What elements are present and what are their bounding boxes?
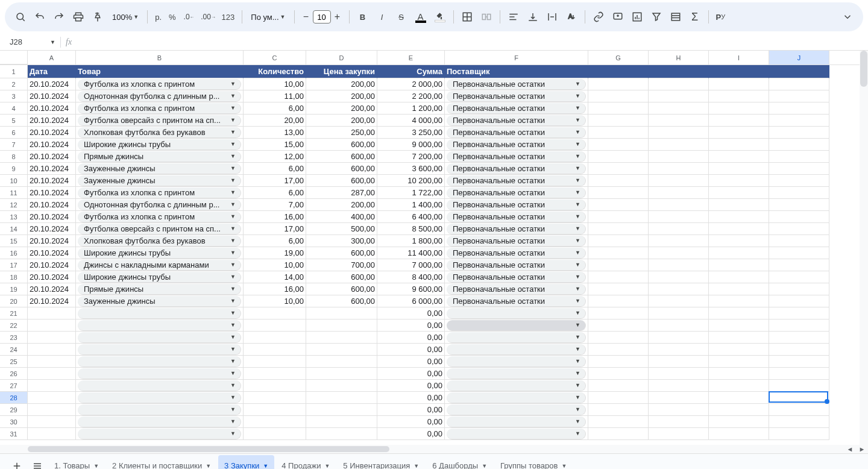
- row-header-13[interactable]: 13: [0, 211, 28, 223]
- cell-date[interactable]: 20.10.2024: [28, 223, 76, 235]
- cell[interactable]: [709, 380, 769, 392]
- supplier-dropdown[interactable]: ▼: [447, 417, 586, 427]
- cell[interactable]: [709, 151, 769, 163]
- cell[interactable]: [306, 319, 377, 332]
- cell-sum[interactable]: 7 200,00: [377, 151, 445, 163]
- cell[interactable]: [306, 416, 377, 428]
- horizontal-align-icon[interactable]: [505, 8, 522, 25]
- product-dropdown[interactable]: Футболка из хлопка с принтом▼: [78, 79, 241, 90]
- cell[interactable]: [709, 175, 769, 187]
- row-header-9[interactable]: 9: [0, 163, 28, 175]
- tab-menu-icon[interactable]: ▼: [324, 463, 330, 469]
- cell-date[interactable]: 20.10.2024: [28, 78, 76, 90]
- cell-date[interactable]: 20.10.2024: [28, 211, 76, 223]
- cell[interactable]: [709, 102, 769, 115]
- cell-sum[interactable]: 8 400,00: [377, 271, 445, 283]
- cell[interactable]: [649, 295, 709, 307]
- tab-menu-icon[interactable]: ▼: [93, 463, 99, 469]
- cell[interactable]: [28, 428, 76, 440]
- cell-date[interactable]: 20.10.2024: [28, 139, 76, 151]
- increase-decimal-icon[interactable]: .00→: [200, 8, 217, 25]
- cell[interactable]: [649, 175, 709, 187]
- cell-qty[interactable]: 17,00: [244, 175, 306, 187]
- cell[interactable]: [769, 151, 829, 163]
- row-header-28[interactable]: 28: [0, 392, 28, 404]
- cell[interactable]: [709, 139, 769, 151]
- cell[interactable]: [769, 319, 829, 332]
- cell[interactable]: [649, 163, 709, 175]
- product-dropdown[interactable]: ▼: [78, 368, 241, 379]
- supplier-dropdown[interactable]: ▼: [447, 356, 586, 367]
- cell[interactable]: [769, 416, 829, 428]
- cell-price[interactable]: 287,00: [306, 187, 377, 199]
- cell[interactable]: [769, 380, 829, 392]
- cell[interactable]: [28, 307, 76, 319]
- supplier-dropdown[interactable]: Первоначальные остатки▼: [447, 151, 586, 162]
- cells-area[interactable]: ДатаТоварКоличествоЦена закупкиСуммаПост…: [28, 65, 868, 445]
- italic-icon[interactable]: I: [374, 8, 391, 25]
- vertical-scrollbar[interactable]: [860, 51, 868, 445]
- supplier-dropdown[interactable]: Первоначальные остатки▼: [447, 200, 586, 210]
- merge-cells-icon[interactable]: [478, 8, 495, 25]
- cell[interactable]: [28, 356, 76, 368]
- row-header-11[interactable]: 11: [0, 187, 28, 199]
- row-header-19[interactable]: 19: [0, 283, 28, 295]
- cell[interactable]: [649, 78, 709, 90]
- cell[interactable]: [28, 380, 76, 392]
- cell[interactable]: [709, 211, 769, 223]
- cell-qty[interactable]: 17,00: [244, 223, 306, 235]
- product-dropdown[interactable]: Однотонная футболка с длинным р...▼: [78, 91, 241, 102]
- row-header-7[interactable]: 7: [0, 139, 28, 151]
- insert-link-icon[interactable]: [590, 8, 607, 25]
- decrease-decimal-icon[interactable]: .0←: [181, 8, 198, 25]
- cell[interactable]: [769, 102, 829, 115]
- cell[interactable]: [709, 295, 769, 307]
- cell-price[interactable]: 300,00: [306, 235, 377, 247]
- cell[interactable]: [649, 428, 709, 440]
- cell-sum[interactable]: 7 000,00: [377, 259, 445, 271]
- cell-date[interactable]: 20.10.2024: [28, 271, 76, 283]
- scroll-right-icon[interactable]: ►: [856, 445, 868, 453]
- cell[interactable]: [588, 223, 649, 235]
- fill-color-icon[interactable]: [432, 8, 448, 25]
- cell[interactable]: [588, 380, 649, 392]
- tab-menu-icon[interactable]: ▼: [206, 463, 211, 469]
- cell[interactable]: [709, 127, 769, 139]
- col-header-C[interactable]: C: [244, 51, 306, 65]
- cell[interactable]: [769, 259, 829, 271]
- cell[interactable]: [769, 356, 829, 368]
- cell[interactable]: [769, 65, 829, 78]
- cell[interactable]: [709, 392, 769, 404]
- header-qty[interactable]: Количество: [244, 65, 306, 78]
- cell[interactable]: [769, 115, 829, 127]
- row-header-3[interactable]: 3: [0, 90, 28, 102]
- cell[interactable]: [709, 247, 769, 259]
- cell-qty[interactable]: 11,00: [244, 90, 306, 102]
- cell-sum[interactable]: 4 000,00: [377, 115, 445, 127]
- row-header-8[interactable]: 8: [0, 151, 28, 163]
- cell[interactable]: [28, 319, 76, 332]
- cell[interactable]: [244, 428, 306, 440]
- cell[interactable]: [244, 368, 306, 380]
- print-icon[interactable]: [70, 8, 87, 25]
- cell[interactable]: [28, 344, 76, 356]
- row-header-29[interactable]: 29: [0, 404, 28, 416]
- cell-sum[interactable]: 0,00: [377, 404, 445, 416]
- cell-date[interactable]: 20.10.2024: [28, 187, 76, 199]
- supplier-dropdown[interactable]: Первоначальные остатки▼: [447, 248, 586, 259]
- row-header-1[interactable]: 1: [0, 65, 28, 78]
- cell[interactable]: [769, 90, 829, 102]
- cell[interactable]: [709, 259, 769, 271]
- cell-date[interactable]: 20.10.2024: [28, 259, 76, 271]
- supplier-dropdown[interactable]: ▼: [447, 332, 586, 343]
- cell-sum[interactable]: 6 400,00: [377, 211, 445, 223]
- product-dropdown[interactable]: ▼: [78, 429, 241, 439]
- supplier-dropdown[interactable]: Первоначальные остатки▼: [447, 91, 586, 102]
- cell-qty[interactable]: 6,00: [244, 235, 306, 247]
- zoom-dropdown[interactable]: 100%▼: [108, 13, 142, 22]
- cell[interactable]: [649, 259, 709, 271]
- col-header-J[interactable]: J: [769, 51, 829, 65]
- cell-price[interactable]: 200,00: [306, 102, 377, 115]
- product-dropdown[interactable]: Хлопковая футболка без рукавов▼: [78, 236, 241, 247]
- supplier-dropdown[interactable]: Первоначальные остатки▼: [447, 260, 586, 271]
